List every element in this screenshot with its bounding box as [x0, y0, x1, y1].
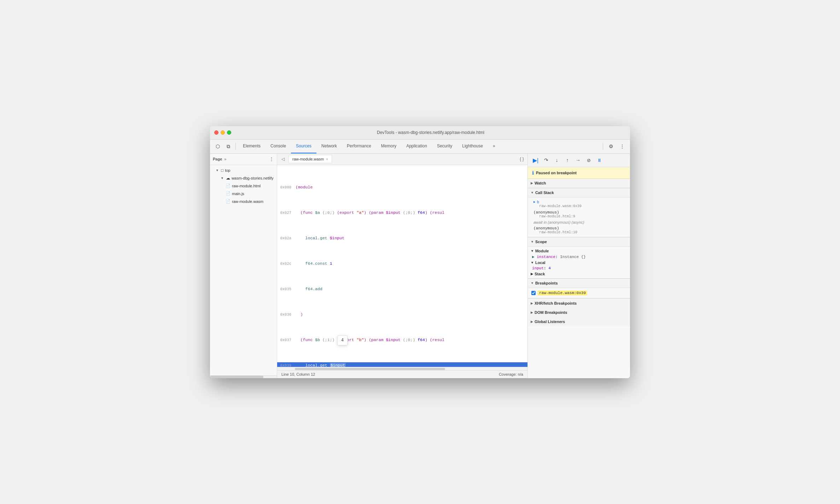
scope-local-input: input: 4: [528, 265, 630, 271]
code-area[interactable]: 0x000 (module 0x027 (func $a (;0;) (expo…: [277, 165, 527, 367]
tab-more[interactable]: »: [488, 140, 500, 153]
tree-item-raw-wasm[interactable]: 📄 raw-module.wasm: [210, 198, 277, 205]
tab-performance[interactable]: Performance: [342, 140, 376, 153]
info-icon: ℹ: [532, 170, 534, 176]
pause-exceptions-button[interactable]: ⏸: [594, 155, 604, 165]
tab-sources[interactable]: Sources: [291, 140, 316, 153]
tree-item-netlify[interactable]: ▼ ☁ wasm-dbg-stories.netlify: [210, 174, 277, 182]
scope-module-label: Module: [535, 249, 549, 253]
scope-header[interactable]: ▼ Scope: [528, 238, 630, 247]
scope-local-header[interactable]: ▼ Local: [528, 260, 630, 265]
breakpoints-arrow: ▼: [531, 281, 534, 285]
breakpoint-checkbox[interactable]: [531, 291, 536, 295]
cursor-tool-button[interactable]: ⬡: [213, 141, 223, 151]
call-stack-item-anon1[interactable]: (anonymous) raw-module.html:9: [528, 209, 630, 219]
page-options-icon[interactable]: ⋮: [269, 156, 274, 162]
tab-security[interactable]: Security: [432, 140, 457, 153]
step-over-button[interactable]: ↷: [541, 155, 551, 165]
code-text: local.get $input: [294, 235, 527, 241]
breakpoints-section: ▼ Breakpoints raw-module.wasm:0x39: [528, 279, 630, 299]
scope-section: ▼ Scope ▼ Module ▶ instance: Instance {}…: [528, 238, 630, 279]
close-button[interactable]: [214, 130, 218, 135]
breakpoints-header[interactable]: ▼ Breakpoints: [528, 279, 630, 288]
breakpoints-label: Breakpoints: [535, 281, 558, 285]
tab-network[interactable]: Network: [316, 140, 342, 153]
call-stack-content: b raw-module.wasm:0x39 (anonymous) raw-m…: [528, 198, 630, 237]
scope-key-input: input: [532, 266, 544, 270]
code-line-0x037: 0x037 (func $b (;1;) (export "b") (param…: [277, 337, 527, 343]
tree-item-raw-html[interactable]: 📄 raw-module.html: [210, 182, 277, 190]
code-text: local.get $input: [294, 362, 527, 367]
code-line-0x036: 0x036 ): [277, 311, 527, 318]
tab-lighthouse[interactable]: Lighthouse: [457, 140, 488, 153]
editor-tab-close[interactable]: ×: [326, 157, 328, 161]
scope-content: ▼ Module ▶ instance: Instance {} ▼ Local…: [528, 247, 630, 279]
settings-button[interactable]: ⚙: [606, 141, 616, 151]
scope-module-header[interactable]: ▼ Module: [528, 248, 630, 254]
page-more-icon[interactable]: »: [224, 157, 226, 161]
call-stack-item-anon2[interactable]: (anonymous) raw-module.html:10: [528, 225, 630, 235]
line-addr: 0x027: [277, 210, 294, 216]
tree-item-top[interactable]: ▼ □ top: [210, 166, 277, 174]
dom-arrow: ▶: [531, 311, 533, 314]
global-listeners-section[interactable]: ▶ Global Listeners: [528, 317, 630, 326]
call-stack-loc-b: raw-module.wasm:0x39: [533, 204, 626, 208]
tree-arrow: ▼: [216, 169, 219, 172]
code-line-0x039: 0x039 local.get $input: [277, 362, 527, 367]
nav-tabs: Elements Console Sources Network Perform…: [238, 140, 601, 153]
left-panel: Page » ⋮ ▼ □ top ▼ ☁ wasm-dbg-stories.ne…: [210, 154, 277, 378]
folder-icon: □: [221, 168, 223, 173]
editor-back-button[interactable]: ◁: [279, 155, 287, 163]
breakpoints-content: raw-module.wasm:0x39: [528, 288, 630, 298]
device-toggle-button[interactable]: ⧉: [223, 141, 233, 151]
tree-arrow-netlify: ▼: [221, 176, 224, 180]
call-stack-item-b[interactable]: b raw-module.wasm:0x39: [528, 199, 630, 209]
pretty-print-button[interactable]: { }: [518, 155, 526, 163]
left-panel-header: Page » ⋮: [210, 154, 277, 165]
global-arrow: ▶: [531, 320, 533, 323]
scope-stack-header[interactable]: ▶ Stack: [528, 271, 630, 277]
titlebar: DevTools - wasm-dbg-stories.netlify.app/…: [210, 126, 630, 140]
paused-text: Paused on breakpoint: [536, 171, 577, 175]
tree-label-netlify: wasm-dbg-stories.netlify: [232, 176, 274, 180]
toolbar-divider-right: [603, 143, 603, 150]
watch-section: ▶ Watch: [528, 179, 630, 188]
left-panel-scrollbar[interactable]: [210, 375, 277, 378]
code-scrollbar[interactable]: [277, 367, 527, 370]
dom-breakpoints-section[interactable]: ▶ DOM Breakpoints: [528, 308, 630, 317]
watch-header[interactable]: ▶ Watch: [528, 179, 630, 188]
file-icon-html: 📄: [226, 183, 231, 188]
scope-local-arrow: ▼: [531, 261, 534, 264]
tab-console[interactable]: Console: [266, 140, 291, 153]
watch-arrow: ▶: [531, 181, 533, 185]
tree-item-main-js[interactable]: 📄 main.js: [210, 190, 277, 198]
fullscreen-button[interactable]: [227, 130, 231, 135]
editor-controls: { }: [518, 155, 526, 163]
cloud-icon: ☁: [226, 176, 230, 181]
line-addr: 0x036: [277, 311, 294, 318]
file-tree: ▼ □ top ▼ ☁ wasm-dbg-stories.netlify 📄 r…: [210, 165, 277, 375]
resume-button[interactable]: ▶|: [531, 155, 541, 165]
scope-colon: :: [555, 255, 560, 259]
minimize-button[interactable]: [221, 130, 225, 135]
tab-application[interactable]: Application: [401, 140, 432, 153]
step-button[interactable]: →: [573, 155, 583, 165]
page-panel-label: Page: [213, 157, 222, 161]
code-text: (module: [294, 184, 527, 191]
status-bar: Line 10, Column 12 Coverage: n/a: [277, 370, 527, 378]
call-stack-fn-anon2: (anonymous): [533, 226, 626, 230]
more-options-button[interactable]: ⋮: [617, 141, 627, 151]
editor-tab-raw-wasm[interactable]: raw-module.wasm ×: [288, 155, 332, 163]
step-into-button[interactable]: ↓: [552, 155, 562, 165]
xhr-breakpoints-section[interactable]: ▶ XHR/fetch Breakpoints: [528, 299, 630, 308]
scope-local-label: Local: [535, 260, 546, 265]
tab-memory[interactable]: Memory: [376, 140, 401, 153]
tab-elements[interactable]: Elements: [238, 140, 266, 153]
scope-key: instance: [537, 255, 555, 259]
call-stack-header[interactable]: ▼ Call Stack: [528, 188, 630, 198]
code-text: f64.const 1: [294, 260, 527, 267]
cursor-position: Line 10, Column 12: [281, 372, 315, 376]
step-out-button[interactable]: ↑: [562, 155, 572, 165]
deactivate-breakpoints-button[interactable]: ⊘: [584, 155, 594, 165]
coverage-status: Coverage: n/a: [499, 372, 523, 376]
